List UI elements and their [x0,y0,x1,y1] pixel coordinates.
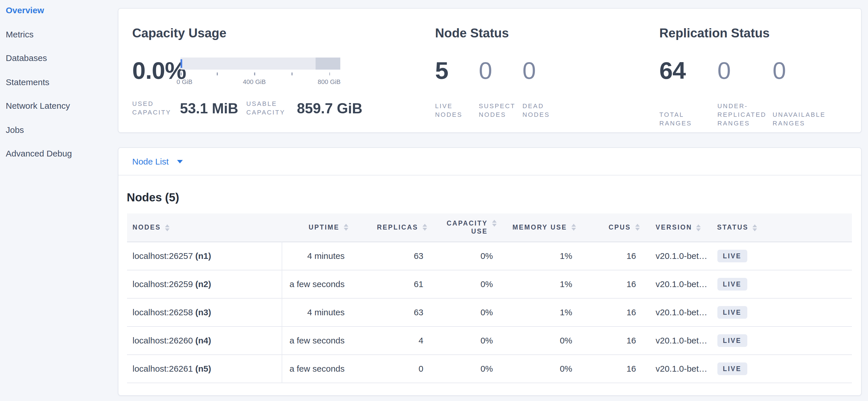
total-ranges-value: 64 [659,55,717,87]
axis-tick-label: 0 GiB [177,78,192,85]
sort-icon[interactable] [752,224,757,231]
sort-icon[interactable] [571,224,576,231]
column-header-version[interactable]: VERSION [643,213,716,241]
column-header-label: NODES [132,224,161,232]
node-status-title: Node Status [435,26,659,41]
node-address-cell: localhost:26257 (n1) [127,241,282,270]
suspect-nodes-label: SUSPECT NODES [479,102,520,119]
axis-tick [181,73,181,75]
column-header-label: VERSION [656,224,692,232]
capacity-use-cell: 0% [430,298,500,326]
node-list-selector[interactable]: Node List [118,148,861,175]
sort-icon[interactable] [635,224,640,231]
uptime-cell: 4 minutes [282,241,351,270]
replication-stat-row: 64 0 0 [659,55,847,87]
memory-use-cell: 1% [500,298,579,326]
replicas-cell: 61 [351,270,430,298]
node-address: localhost:26258 [132,307,193,317]
table-row: localhost:26259 (n2) a few seconds 61 0%… [127,270,851,298]
status-cell: LIVE [716,270,851,298]
column-header-label: MEMORY USE [513,224,567,232]
sidebar-item-label: Metrics [6,28,34,39]
sidebar-item-metrics[interactable]: Metrics [6,28,118,52]
cluster-summary-card: Capacity Usage 0.0% 0 GiB [118,8,862,133]
table-header-row: NODES UPTIME REPLICAS CAPACITY USE MEMOR… [127,213,851,241]
column-header-uptime[interactable]: UPTIME [282,213,351,241]
node-list-selector-label: Node List [132,156,169,166]
nodes-table-section: Nodes (5) NODES UPTIME REPLICAS CAPACITY… [118,175,861,395]
axis-tick-label: 800 GiB [318,78,341,85]
node-address: localhost:26259 [132,279,193,289]
sidebar-item-network-latency[interactable]: Network Latency [6,100,118,124]
capacity-gauge-track [181,58,340,69]
version-cell: v20.1.0-bet… [643,298,716,326]
node-id: (n5) [195,364,211,373]
sidebar-item-overview[interactable]: Overview [6,5,118,28]
table-row: localhost:26257 (n1) 4 minutes 63 0% 1% … [127,241,851,270]
memory-use-cell: 1% [500,270,579,298]
column-header-replicas[interactable]: REPLICAS [351,213,430,241]
axis-tick-label: 400 GiB [243,78,266,85]
replicas-cell: 63 [351,241,430,270]
node-address-cell: localhost:26258 (n3) [127,298,282,326]
column-header-nodes[interactable]: NODES [127,213,282,241]
table-row: localhost:26258 (n3) 4 minutes 63 0% 1% … [127,298,851,326]
uptime-cell: a few seconds [282,326,351,354]
column-header-label: STATUS [717,224,748,232]
sort-icon[interactable] [343,224,348,231]
used-capacity-bar [181,59,182,67]
capacity-values-row: USED CAPACITY 53.1 MiB USABLE CAPACITY 8… [132,99,435,117]
node-id: (n4) [195,336,211,345]
uptime-cell: 4 minutes [282,298,351,326]
sidebar-item-label: Jobs [6,124,24,135]
node-address-cell: localhost:26260 (n4) [127,326,282,354]
node-address-cell: localhost:26261 (n5) [127,354,282,382]
node-address: localhost:26260 [132,336,193,345]
live-nodes-value: 5 [435,55,479,87]
live-nodes-label: LIVE NODES [435,102,470,119]
node-address-cell: localhost:26259 (n2) [127,270,282,298]
status-cell: LIVE [716,354,851,382]
sidebar-item-label: Statements [6,76,50,87]
column-header-status[interactable]: STATUS [716,213,851,241]
sidebar-item-statements[interactable]: Statements [6,76,118,100]
axis-tick [329,73,330,75]
sort-icon[interactable] [422,224,427,231]
column-header-cpus[interactable]: CPUS [579,213,643,241]
version-cell: v20.1.0-bet… [643,354,716,382]
sort-icon[interactable] [696,224,701,231]
capacity-use-cell: 0% [430,270,500,298]
column-header-capacity-use[interactable]: CAPACITY USE [430,213,500,241]
memory-use-cell: 0% [500,354,579,382]
sort-icon[interactable] [492,220,496,227]
status-badge: LIVE [717,278,747,290]
capacity-usage-stat-row: 0.0% 0 GiB 400 GiB 800 GiB [132,55,435,87]
replicas-cell: 63 [351,298,430,326]
node-status-labels-row: LIVE NODES SUSPECT NODES DEAD NODES [435,102,659,119]
node-id: (n2) [195,279,211,289]
sidebar-item-jobs[interactable]: Jobs [6,124,118,148]
capacity-usage-title: Capacity Usage [132,26,435,41]
used-capacity-value: 53.1 MiB [180,100,238,116]
capacity-use-cell: 0% [430,354,500,382]
sidebar-item-advanced-debug[interactable]: Advanced Debug [6,148,118,172]
suspect-nodes-value: 0 [479,55,523,87]
usable-capacity-label: USABLE CAPACITY [246,99,292,117]
sort-icon[interactable] [165,224,169,231]
sidebar-item-databases[interactable]: Databases [6,52,118,76]
unavailable-ranges-value: 0 [773,55,847,87]
column-header-label: REPLICAS [377,224,418,232]
column-header-label: CAPACITY USE [446,220,488,236]
replication-status-section: Replication Status 64 0 0 TOTAL RANGES U… [659,9,847,132]
capacity-gauge-chart: 0 GiB 400 GiB 800 GiB [181,55,340,87]
under-replicated-ranges-label: UNDER-REPLICATED RANGES [717,102,773,128]
status-badge: LIVE [717,362,747,375]
axis-tick [292,73,292,75]
sidebar-item-label: Databases [6,52,47,63]
capacity-used-percent: 0.0% [132,55,181,87]
column-header-memory-use[interactable]: MEMORY USE [500,213,579,241]
axis-tick [254,73,255,75]
chevron-down-icon [177,160,183,163]
node-status-stat-row: 5 0 0 [435,55,659,87]
sidebar-item-label: Network Latency [6,100,70,111]
